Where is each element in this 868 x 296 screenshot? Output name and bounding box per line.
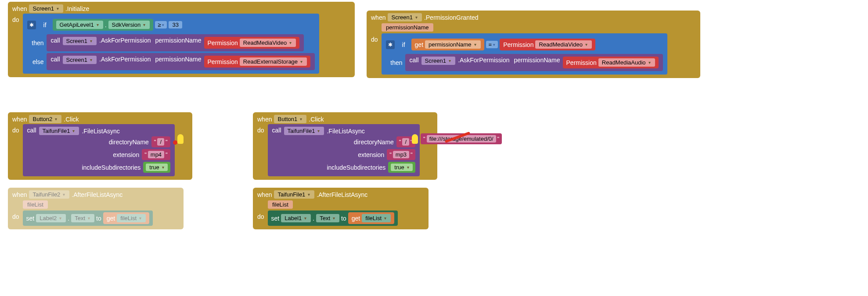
permission-read-media-video[interactable]: Permission ReadMediaVideo: [204, 37, 300, 49]
event-suffix: .AfterFileListAsync: [317, 191, 367, 198]
do-label: do: [257, 210, 268, 220]
when-keyword: when: [257, 116, 272, 123]
number-33[interactable]: 33: [169, 21, 182, 29]
do-label: do: [12, 124, 23, 134]
perm-dd[interactable]: ReadExternalStorage: [240, 57, 307, 66]
call-file-list-async-2[interactable]: call TaifunFile1 .FileListAsync director…: [23, 124, 175, 176]
text-slash[interactable]: " / ": [151, 136, 170, 147]
arg-directory-name: directoryName: [354, 139, 394, 146]
param-file-list[interactable]: fileList: [268, 200, 293, 209]
then-keyword: then: [27, 39, 44, 46]
var-dd[interactable]: fileList: [117, 214, 146, 222]
event-suffix: .Click: [64, 116, 79, 123]
call-ask-permission-audio[interactable]: call Screen1 .AskForPermission permissio…: [405, 54, 663, 71]
when-keyword: when: [371, 14, 385, 21]
call-ask-permission-else[interactable]: call Screen1 .AskForPermission permissio…: [47, 53, 315, 70]
set-label1-text[interactable]: set Label1 . Text to get fileList: [268, 210, 398, 226]
when-keyword: when: [257, 191, 272, 198]
event-screen-initialize[interactable]: when Screen1 .Initialize do ✱ if GetApiL…: [8, 2, 355, 77]
event-suffix: .Initialize: [65, 5, 89, 12]
do-label: do: [12, 210, 23, 220]
get-permission-name[interactable]: get permissionName: [411, 39, 484, 50]
event-suffix: .Click: [309, 116, 324, 123]
annotation-red-dot: [173, 140, 177, 145]
event-permission-granted[interactable]: when Screen1 .PermissionGranted permissi…: [367, 11, 700, 78]
event-button2-click[interactable]: when Button2 .Click do call TaifunFile1 …: [8, 112, 192, 180]
operator-ge[interactable]: ≥: [155, 21, 167, 29]
file-component-dd[interactable]: TaifunFile1: [39, 127, 79, 135]
component-dd[interactable]: GetApiLevel1: [56, 21, 103, 29]
permission-read-media-video[interactable]: Permission ReadMediaVideo: [500, 39, 595, 50]
annotation-yellow-mark: [177, 134, 184, 144]
do-label: do: [257, 124, 268, 134]
annotation-red-strike: [444, 131, 471, 144]
event-after-file-list-2[interactable]: when TaifunFile2 .AfterFileListAsync fil…: [8, 188, 184, 229]
var-dd[interactable]: permissionName: [425, 40, 481, 49]
screen-dropdown[interactable]: Screen1: [29, 4, 63, 13]
gear-icon[interactable]: ✱: [386, 40, 395, 49]
component-dd[interactable]: Screen1: [63, 37, 97, 45]
perm-dd[interactable]: ReadMediaVideo: [240, 39, 296, 47]
param-file-list[interactable]: fileList: [23, 200, 48, 209]
file2-dropdown[interactable]: TaifunFile2: [29, 190, 69, 199]
label1-dd[interactable]: Label1: [281, 214, 311, 222]
button1-dropdown[interactable]: Button1: [274, 115, 306, 123]
arg-directory-name: directoryName: [109, 139, 149, 146]
component-dd[interactable]: Screen1: [421, 57, 455, 65]
var-dd[interactable]: fileList: [362, 214, 391, 222]
arg-extension: extension: [358, 151, 384, 158]
when-keyword: when: [12, 116, 27, 123]
then-keyword: then: [386, 59, 403, 66]
if-block[interactable]: ✱ if get permissionName = Permission Rea…: [382, 33, 667, 75]
get-file-list[interactable]: get fileList: [348, 212, 394, 224]
else-keyword: else: [27, 58, 44, 65]
operator-eq[interactable]: =: [486, 41, 498, 48]
annotation-yellow-mark: [412, 134, 418, 144]
call-ask-permission-then[interactable]: call Screen1 .AskForPermission permissio…: [47, 34, 304, 51]
file1-dropdown[interactable]: TaifunFile1: [274, 190, 314, 199]
event-suffix: .PermissionGranted: [424, 14, 479, 21]
prop-dd[interactable]: SdkVersion: [108, 21, 150, 29]
do-label: do: [12, 14, 23, 23]
text-prop-dd[interactable]: Text: [316, 214, 339, 222]
arg-extension: extension: [113, 151, 139, 158]
label2-dd[interactable]: Label2: [36, 214, 66, 222]
text-mp4[interactable]: " mp4 ": [142, 149, 170, 160]
get-file-list[interactable]: get fileList: [103, 212, 149, 224]
when-keyword: when: [12, 5, 27, 12]
arg-include-sub: includeSubdirectories: [82, 164, 140, 171]
if-keyword: if: [397, 41, 405, 48]
bool-true[interactable]: true: [388, 162, 415, 173]
compare-eq-block[interactable]: get permissionName = Permission ReadMedi…: [408, 37, 599, 52]
button2-dropdown[interactable]: Button2: [29, 115, 61, 123]
event-button1-click[interactable]: when Button1 .Click do call TaifunFile1 …: [253, 112, 437, 180]
property-getter[interactable]: GetApiLevel1 . SdkVersion: [53, 19, 154, 31]
screen-dropdown[interactable]: Screen1: [388, 13, 421, 21]
call-file-list-async-1[interactable]: call TaifunFile1 .FileListAsync director…: [268, 124, 420, 176]
component-dd[interactable]: Screen1: [63, 56, 97, 64]
perm-dd[interactable]: ReadMediaVideo: [535, 40, 592, 49]
when-keyword: when: [12, 191, 27, 198]
text-prop-dd[interactable]: Text: [71, 214, 94, 222]
event-after-file-list-1[interactable]: when TaifunFile1 .AfterFileListAsync fil…: [253, 188, 429, 229]
if-block[interactable]: ✱ if GetApiLevel1 . SdkVersion ≥ 33 then: [23, 14, 320, 74]
if-keyword: if: [39, 21, 47, 29]
permission-read-media-audio[interactable]: Permission ReadMediaAudio: [563, 57, 659, 68]
compare-block[interactable]: GetApiLevel1 . SdkVersion ≥ 33: [49, 17, 186, 32]
set-label2-text[interactable]: set Label2 . Text to get fileList: [23, 210, 153, 226]
permission-read-external-storage[interactable]: Permission ReadExternalStorage: [204, 56, 311, 68]
perm-dd[interactable]: ReadMediaAudio: [598, 58, 655, 67]
do-label: do: [371, 33, 382, 43]
event-suffix: .AfterFileListAsync: [72, 191, 122, 198]
gear-icon[interactable]: ✱: [27, 21, 36, 29]
arg-include-sub: includeSubdirectories: [327, 164, 385, 171]
file-component-dd[interactable]: TaifunFile1: [284, 127, 324, 135]
param-permission-name[interactable]: permissionName: [382, 23, 433, 32]
text-mp3[interactable]: " mp3 ": [387, 149, 415, 160]
bool-true[interactable]: true: [143, 162, 170, 173]
